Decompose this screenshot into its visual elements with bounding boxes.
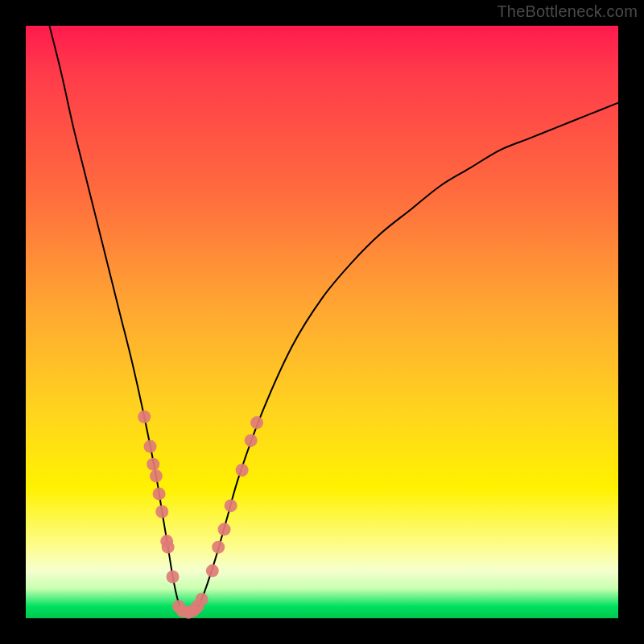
data-point bbox=[196, 592, 208, 605]
bottleneck-curve-svg bbox=[26, 26, 618, 618]
data-point bbox=[147, 458, 159, 471]
watermark-text: TheBottleneck.com bbox=[497, 2, 638, 21]
data-point bbox=[212, 541, 225, 554]
data-point bbox=[225, 499, 237, 512]
data-point bbox=[245, 434, 258, 447]
data-point bbox=[236, 464, 249, 477]
data-point bbox=[162, 541, 175, 554]
data-point bbox=[167, 570, 180, 583]
data-point bbox=[218, 523, 231, 536]
data-point bbox=[250, 416, 263, 429]
chart-frame: TheBottleneck.com bbox=[0, 0, 644, 644]
data-point bbox=[144, 440, 157, 453]
data-point bbox=[206, 564, 219, 577]
plot-area bbox=[26, 26, 618, 618]
data-point bbox=[150, 469, 163, 482]
data-markers bbox=[138, 411, 263, 619]
bottleneck-curve bbox=[49, 26, 618, 613]
data-point bbox=[138, 411, 151, 423]
data-point bbox=[153, 487, 166, 500]
data-point bbox=[155, 506, 168, 518]
